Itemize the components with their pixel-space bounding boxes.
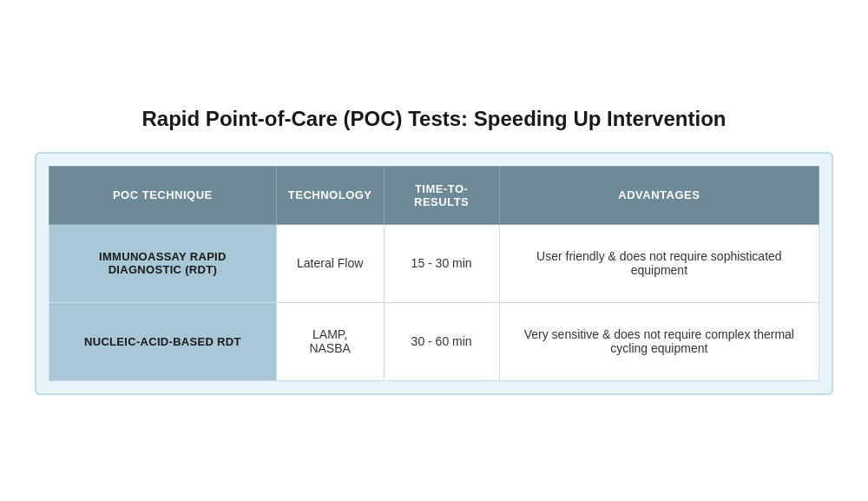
col-header-advantages: ADVANTAGES — [499, 166, 819, 224]
col-header-technique: POC TECHNIQUE — [49, 166, 277, 224]
row1-advantages: User friendly & does not require sophist… — [499, 224, 819, 302]
row1-technique: IMMUNOASSAY RAPID DIAGNOSTIC (RDT) — [49, 224, 277, 302]
row2-advantages: Very sensitive & does not require comple… — [499, 302, 819, 380]
row2-time: 30 - 60 min — [384, 302, 499, 380]
row1-technology: Lateral Flow — [276, 224, 384, 302]
table-wrapper: POC TECHNIQUE TECHNOLOGY TIME-TO-RESULTS… — [35, 152, 833, 395]
row2-technique: NUCLEIC-ACID-BASED RDT — [49, 302, 277, 380]
col-header-technology: TECHNOLOGY — [276, 166, 384, 224]
table-row: NUCLEIC-ACID-BASED RDT LAMP, NASBA 30 - … — [49, 302, 819, 380]
table-row: IMMUNOASSAY RAPID DIAGNOSTIC (RDT) Later… — [49, 224, 819, 302]
col-header-time: TIME-TO-RESULTS — [384, 166, 499, 224]
page-title: Rapid Point-of-Care (POC) Tests: Speedin… — [142, 107, 727, 131]
row1-time: 15 - 30 min — [384, 224, 499, 302]
poc-table: POC TECHNIQUE TECHNOLOGY TIME-TO-RESULTS… — [49, 166, 819, 381]
row2-technology: LAMP, NASBA — [276, 302, 384, 380]
